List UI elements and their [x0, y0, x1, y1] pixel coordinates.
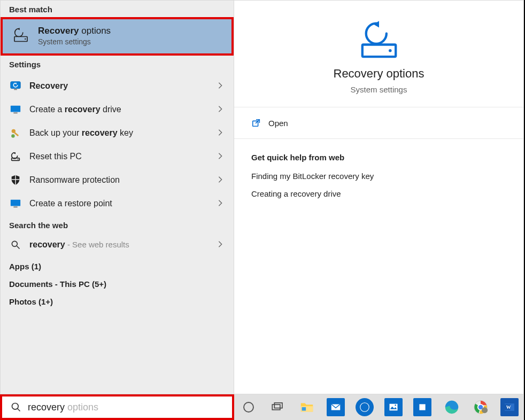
chevron-right-icon	[217, 152, 225, 161]
monitor-icon	[9, 103, 22, 116]
best-match-recovery-options[interactable]: Recovery options System settings	[1, 17, 234, 56]
svg-point-19	[244, 402, 253, 412]
detail-panel: Recovery options System settings Open Ge…	[234, 0, 524, 394]
taskbar: W	[234, 394, 524, 420]
help-header: Get quick help from web	[251, 153, 506, 162]
dell-icon[interactable]	[354, 396, 375, 418]
chevron-right-icon	[217, 82, 225, 90]
svg-rect-29	[420, 404, 426, 410]
chevron-right-icon	[217, 176, 225, 184]
svg-rect-23	[302, 407, 306, 411]
svg-text:W: W	[506, 405, 511, 410]
key-icon	[9, 127, 22, 139]
svg-rect-20	[273, 405, 281, 410]
open-action-label: Open	[268, 119, 288, 128]
settings-item-label: Back up your recovery key	[29, 128, 209, 138]
settings-item-label: Create a restore point	[29, 199, 209, 208]
settings-item-label: Create a recovery drive	[29, 105, 209, 114]
chevron-right-icon	[217, 105, 225, 114]
category-documents[interactable]: Documents - This PC (5+)	[1, 275, 234, 293]
section-header-settings: Settings	[1, 56, 234, 72]
settings-results-list: Recovery Create a recovery drive Back up…	[1, 72, 234, 216]
photos-icon[interactable]	[383, 396, 404, 418]
svg-rect-21	[275, 403, 283, 408]
edge-icon[interactable]	[441, 396, 461, 418]
shield-icon	[9, 174, 22, 186]
svg-point-14	[12, 241, 17, 246]
chevron-right-icon	[217, 129, 225, 137]
best-match-subtitle: System settings	[38, 37, 111, 46]
recovery-drive-icon	[11, 26, 30, 45]
help-link-bitlocker[interactable]: Finding my BitLocker recovery key	[251, 172, 506, 181]
svg-rect-27	[390, 404, 398, 411]
reset-pc-icon	[9, 150, 22, 163]
search-text: recovery options	[28, 402, 98, 413]
svg-point-18	[12, 403, 19, 410]
settings-item-ransomware-protection[interactable]: Ransomware protection	[1, 168, 234, 192]
settings-item-reset-pc[interactable]: Reset this PC	[1, 145, 234, 168]
category-apps[interactable]: Apps (1)	[1, 258, 234, 275]
category-photos[interactable]: Photos (1+)	[1, 293, 234, 310]
open-action[interactable]: Open	[234, 107, 523, 139]
settings-item-create-recovery-drive[interactable]: Create a recovery drive	[1, 98, 234, 121]
settings-item-label: Recovery	[29, 81, 209, 91]
svg-point-28	[395, 405, 397, 406]
svg-point-11	[18, 159, 19, 160]
recovery-drive-large-icon	[355, 19, 403, 60]
best-match-title: Recovery options	[38, 26, 111, 36]
section-header-best-match: Best match	[1, 1, 234, 17]
category-list: Apps (1) Documents - This PC (5+) Photos…	[1, 256, 234, 313]
svg-point-1	[25, 38, 26, 40]
web-search-label: recovery - See web results	[29, 240, 209, 250]
search-results-panel: Best match Recovery options System setti…	[0, 0, 234, 394]
search-icon	[11, 402, 21, 413]
taskbar-search-box[interactable]: recovery options	[0, 394, 234, 420]
cortana-icon[interactable]	[238, 396, 259, 418]
word-icon[interactable]: W	[499, 396, 520, 418]
svg-rect-8	[14, 132, 19, 136]
recovery-settings-icon	[9, 80, 22, 92]
chevron-right-icon	[217, 199, 225, 208]
help-section: Get quick help from web Finding my BitLo…	[234, 139, 523, 221]
open-external-icon	[251, 118, 261, 128]
svg-rect-13	[13, 207, 17, 208]
svg-point-9	[11, 134, 14, 137]
settings-item-label: Ransomware protection	[29, 175, 209, 185]
help-link-recovery-drive[interactable]: Creating a recovery drive	[251, 189, 506, 198]
settings-item-backup-recovery-key[interactable]: Back up your recovery key	[1, 121, 234, 145]
svg-point-16	[389, 49, 392, 52]
chrome-icon[interactable]	[470, 396, 491, 418]
svg-rect-4	[14, 89, 17, 90]
web-search-recovery[interactable]: recovery - See web results	[1, 233, 234, 256]
section-header-search-web: Search the web	[1, 216, 234, 233]
detail-hero: Recovery options System settings	[234, 1, 523, 107]
file-explorer-icon[interactable]	[296, 396, 316, 418]
svg-point-35	[482, 407, 488, 413]
svg-rect-12	[11, 200, 20, 206]
task-view-icon[interactable]	[267, 396, 288, 418]
monitor-icon	[9, 197, 22, 210]
svg-rect-5	[11, 106, 20, 112]
mail-icon[interactable]	[326, 396, 346, 418]
search-icon	[9, 238, 22, 251]
app-tile-icon[interactable]	[412, 396, 433, 418]
svg-rect-6	[13, 113, 17, 114]
settings-item-create-restore-point[interactable]: Create a restore point	[1, 192, 234, 215]
settings-item-recovery[interactable]: Recovery	[1, 74, 234, 98]
chevron-right-icon	[217, 240, 225, 249]
settings-item-label: Reset this PC	[29, 152, 209, 161]
detail-subtitle: System settings	[351, 85, 407, 94]
detail-title: Recovery options	[334, 67, 424, 81]
best-match-text: Recovery options System settings	[38, 26, 111, 46]
